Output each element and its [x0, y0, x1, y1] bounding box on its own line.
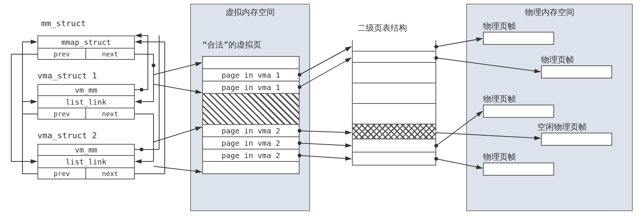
- vpage-0: [202, 56, 300, 69]
- mmap-next: next: [86, 49, 134, 59]
- pframe-4: [483, 163, 554, 176]
- ptable-title: 二级页表结构: [358, 22, 407, 34]
- pframe-label-2: 物理页帧: [483, 93, 516, 105]
- pt-row-2: [352, 63, 436, 83]
- pframe-label-0: 物理页帧: [483, 21, 516, 32]
- mmap-prev-next: prev next: [37, 48, 135, 60]
- pframe-2: [483, 105, 554, 118]
- vpage-4: page in vma 2: [202, 136, 300, 149]
- pt-row-swap: [352, 124, 436, 139]
- vpage-1: page in vma 1: [202, 68, 300, 81]
- vma2-next: next: [86, 168, 134, 179]
- svg-point-23: [140, 148, 143, 151]
- vma1-list-link: list_link: [37, 95, 135, 108]
- ppanel-title: 物理内存空间: [467, 4, 632, 20]
- vma2-vm-mm: vm_mm: [37, 144, 135, 156]
- pframe-0: [483, 32, 554, 45]
- pt-row-4: [352, 104, 436, 124]
- pframe-label-3: 空闲物理页帧: [537, 121, 587, 133]
- vma1-prev: prev: [38, 108, 86, 119]
- pt-row-3: [352, 83, 436, 104]
- pframe-3: [541, 133, 612, 146]
- pframe-label-1: 物理页帧: [541, 54, 574, 65]
- vpanel-title: 虚拟内存空间: [191, 4, 309, 20]
- vma1-vm-mm: vm_mm: [37, 84, 135, 96]
- mm-struct-title: mm_struct: [41, 19, 86, 28]
- vma2-prev: prev: [38, 168, 86, 179]
- vma2-list-link: list_link: [37, 155, 135, 168]
- vpage-3: page in vma 2: [202, 124, 300, 137]
- vpage-2: page in vma 1: [202, 81, 300, 94]
- pt-row-5: [352, 139, 436, 152]
- vma1-prev-next: prev next: [37, 108, 135, 120]
- svg-point-0: [152, 64, 155, 67]
- vpage-5: page in vma 2: [202, 149, 300, 162]
- svg-point-19: [140, 88, 143, 92]
- vpage-gap: [202, 93, 300, 125]
- pframe-1: [541, 65, 612, 78]
- vma1-title: vma_struct 1: [37, 71, 97, 80]
- vpanel-subtitle: “合法”的虚拟页: [202, 39, 262, 50]
- mmap-prev: prev: [38, 49, 86, 59]
- vma1-next: next: [86, 108, 134, 119]
- vma2-prev-next: prev next: [37, 167, 135, 179]
- pframe-label-4: 物理页帧: [483, 151, 516, 163]
- vpage-6: [202, 161, 300, 174]
- mmap-struct-label: mmap_struct: [37, 36, 135, 49]
- pt-row-0: [352, 40, 436, 52]
- pt-row-1: [352, 52, 436, 63]
- vma2-title: vma_struct 2: [37, 131, 97, 140]
- pt-row-6: [352, 152, 436, 166]
